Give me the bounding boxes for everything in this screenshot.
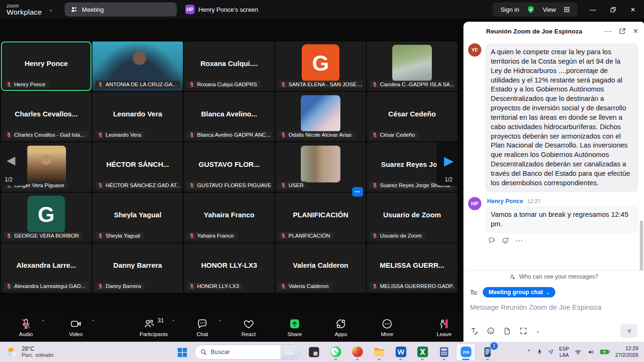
taskbar-app-calculator[interactable]: [435, 344, 454, 361]
participant-tile[interactable]: Roxana Culqui....Roxana Culqui.GADPRS: [184, 41, 274, 91]
gallery-next-page-button[interactable]: ▶ 1/2: [437, 142, 457, 186]
taskbar-clock[interactable]: 12:29 27/2/2026: [615, 346, 638, 359]
participant-grid: Henry PonceHenry PonceANTONIA DE LA CRUZ…: [1, 41, 457, 293]
toolbar-button-label: Share: [288, 331, 302, 337]
taskbar-app-dark-app[interactable]: [305, 344, 323, 361]
participant-tile[interactable]: Yahaira FrancoYahaira Franco: [184, 193, 274, 242]
participant-tile[interactable]: Odalis Nicole Alcivar Arias: [275, 92, 366, 141]
chevron-up-icon[interactable]: ⌃: [172, 319, 175, 324]
format-text-icon[interactable]: [470, 327, 479, 335]
participant-tile[interactable]: Blanca Avelino...Blanca Avelino GADPR AN…: [184, 92, 274, 141]
wifi-icon[interactable]: [574, 349, 582, 355]
participant-tile[interactable]: GSANTA ELENA - SAN JOSÉ ...: [275, 41, 366, 91]
recipient-selector[interactable]: Meeting group chat ⌄: [483, 287, 555, 297]
screenshot-icon[interactable]: [519, 327, 528, 335]
participants-button[interactable]: 31Participants⌃: [140, 317, 168, 337]
quote-reply-icon[interactable]: [488, 237, 496, 245]
participant-name-label: SANTA ELENA - SAN JOSÉ ...: [278, 81, 363, 88]
mic-muted-icon: [6, 283, 12, 289]
participant-tile[interactable]: Sheyla YagualSheyla Yagual: [92, 193, 183, 242]
participant-tile[interactable]: Alexandra Larre...Alexandra Larreategui …: [1, 243, 91, 293]
sign-in-button[interactable]: Sign in: [500, 6, 519, 13]
participant-tile[interactable]: Leonardo VeraLeonardo Vera: [92, 92, 183, 141]
restore-button[interactable]: [610, 7, 616, 13]
compose-options-chevron-icon[interactable]: ⌄: [536, 328, 540, 334]
tile-more-options-button[interactable]: ⋯: [352, 187, 363, 197]
participant-name-label: GEORGE VERA BORBOR: [4, 232, 83, 239]
chat-scrollbar[interactable]: [640, 221, 643, 270]
video-button[interactable]: Video⌃: [64, 317, 88, 337]
chat-message-list[interactable]: YF A quien le compete crear la ley para …: [463, 41, 644, 270]
language-indicator[interactable]: ESP LAA: [559, 346, 569, 357]
tray-location-icon[interactable]: [548, 349, 554, 355]
chat-button[interactable]: Chat⌃: [190, 317, 214, 337]
taskbar-app-firefox[interactable]: [348, 344, 367, 361]
gallery-prev-page-button[interactable]: ◀ 1/2: [0, 142, 27, 186]
participant-tile[interactable]: Henry PonceHenry Ponce: [1, 41, 91, 91]
participant-tile[interactable]: MELISSA GUERR...MELISSA GUERRERO GADP...: [367, 243, 457, 293]
taskbar-search[interactable]: Buscar: [194, 345, 302, 360]
chevron-up-icon[interactable]: ⌃: [218, 319, 222, 324]
tray-microphone-icon[interactable]: [537, 349, 543, 355]
message-input[interactable]: Message Reunión Zoom de Joe Espinoza: [470, 303, 637, 322]
participant-tile[interactable]: Danny BarreraDanny Barrera: [92, 243, 183, 293]
participant-tile[interactable]: GGEORGE VERA BORBOR: [1, 193, 91, 242]
toolbar-button-label: Leave: [437, 331, 451, 337]
participant-tile[interactable]: Charles Cevallos...Charles Cevallos - Ga…: [1, 92, 91, 141]
chat-more-icon[interactable]: ⋯: [604, 27, 612, 36]
participant-name-label: Danny Barrera: [95, 282, 145, 290]
logo-chevron-icon[interactable]: ⌄: [49, 6, 53, 13]
speaker-icon[interactable]: [587, 349, 594, 355]
leave-button[interactable]: Leave: [432, 317, 456, 337]
mic-muted-icon: [98, 182, 103, 188]
participant-tile[interactable]: ANTONIA DE LA CRUZ-GA...: [92, 41, 183, 91]
attach-file-icon[interactable]: [503, 327, 511, 335]
mic-muted-icon: [189, 233, 195, 239]
participant-tile[interactable]: César CedeñoCésar Cedeño: [367, 92, 457, 141]
apps-button[interactable]: Apps: [329, 317, 353, 337]
tab-henry-ponces-screen[interactable]: HP Henry Ponce's screen: [185, 5, 258, 14]
participant-tile[interactable]: Carolina C.-GADPR ISLA SA...: [367, 41, 457, 91]
participant-tile[interactable]: GUSTAVO FLOR...GUSTAVO FLORES PIGUAVE: [184, 142, 274, 192]
battery-icon[interactable]: [600, 349, 610, 355]
taskbar-app-zoom[interactable]: zm: [456, 344, 475, 361]
emoji-icon[interactable]: [487, 327, 495, 335]
close-button[interactable]: ✕: [630, 6, 636, 13]
minimize-button[interactable]: —: [590, 6, 596, 13]
participant-display-name: Valeria Calderon: [277, 261, 364, 269]
taskbar-app-whatsapp[interactable]: [326, 344, 345, 361]
audio-button[interactable]: Audio⌃: [14, 317, 38, 337]
start-button[interactable]: [173, 344, 191, 361]
participant-tile[interactable]: USER: [275, 142, 366, 192]
titlebar-actions: Sign in View: [493, 2, 578, 16]
taskbar-app-phone-link[interactable]: 1: [478, 344, 497, 361]
add-reaction-icon[interactable]: [502, 237, 510, 245]
taskbar-app-explorer[interactable]: [370, 344, 388, 361]
taskbar-app-excel[interactable]: [413, 344, 432, 361]
participant-tile[interactable]: Usuario de ZoomUsuario de Zoom: [367, 193, 457, 242]
react-button[interactable]: React: [237, 317, 260, 337]
pop-out-icon[interactable]: [619, 27, 626, 35]
participant-tile[interactable]: Valeria CalderonValeria Calderon: [275, 243, 366, 293]
view-button[interactable]: View: [543, 6, 556, 13]
security-shield-icon[interactable]: [527, 5, 535, 14]
taskbar-app-word[interactable]: [391, 344, 410, 361]
share-button[interactable]: Share: [283, 317, 306, 337]
tray-hidden-icons-chevron[interactable]: ⌃: [527, 349, 531, 355]
chevron-up-icon[interactable]: ⌃: [91, 319, 95, 324]
participant-tile[interactable]: PLANIFICACIÓN⋯PLANIFICACIÓN: [275, 193, 366, 242]
participant-name-label: HONOR LLY-LX3: [187, 282, 243, 290]
message-more-icon[interactable]: ⋯: [515, 236, 523, 245]
heart-icon: [243, 318, 255, 329]
more-button[interactable]: More: [375, 317, 399, 337]
send-button[interactable]: [620, 324, 637, 338]
privacy-notice[interactable]: Who can see your messages?: [463, 270, 644, 283]
participant-tile[interactable]: HÉCTOR SÁNCH...HÉCTOR SÁNCHEZ GAD AT...: [92, 142, 183, 192]
participant-tile[interactable]: HONOR LLY-LX3HONOR LLY-LX3: [184, 243, 274, 293]
taskbar-weather-widget[interactable]: 28°C Parc. soleado: [6, 346, 53, 359]
participant-name-label: Carolina C.-GADPR ISLA SA...: [370, 81, 454, 88]
tab-meeting[interactable]: Meeting: [65, 2, 177, 16]
chevron-up-icon[interactable]: ⌃: [41, 319, 45, 324]
chat-close-icon[interactable]: ✕: [633, 27, 638, 35]
zoom-icon: zm: [460, 346, 472, 358]
